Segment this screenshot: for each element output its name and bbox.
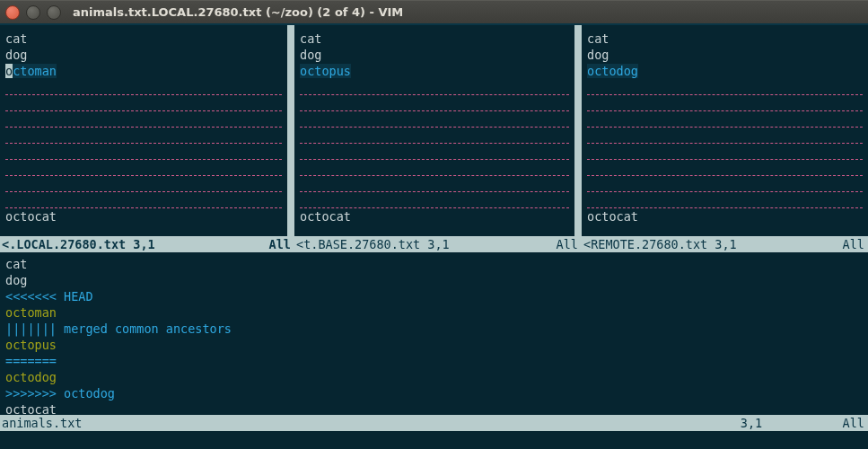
status-remote: <REMOTE.27680.txt 3,1 All	[582, 236, 868, 252]
editor-line: octocat	[5, 208, 282, 224]
pane-local[interactable]: catdogoctomanoctocat	[0, 25, 287, 236]
editor-line: dog	[5, 47, 282, 63]
status-percent: All	[843, 236, 864, 252]
status-filename: <t.BASE.27680.txt	[296, 237, 420, 251]
editor-line: cat	[5, 256, 863, 272]
command-line[interactable]	[0, 431, 868, 447]
editor-line	[5, 192, 282, 208]
status-position: 3,1	[133, 237, 154, 251]
editor-line	[300, 95, 569, 111]
status-percent: All	[843, 416, 864, 430]
editor-line: cat	[300, 31, 569, 47]
window-title: animals.txt.LOCAL.27680.txt (~/zoo) (2 o…	[73, 5, 403, 19]
editor-line	[587, 79, 863, 95]
window-titlebar: animals.txt.LOCAL.27680.txt (~/zoo) (2 o…	[0, 0, 868, 23]
status-percent: All	[557, 236, 578, 252]
editor-line	[587, 144, 863, 160]
status-local: <.LOCAL.27680.txt 3,1 All	[0, 236, 294, 252]
editor-line: dog	[5, 272, 863, 288]
close-icon[interactable]	[5, 5, 20, 20]
editor-line	[587, 160, 863, 176]
editor-line: octodog	[587, 63, 863, 79]
editor-line	[5, 176, 282, 192]
editor-line: octopus	[300, 63, 569, 79]
status-filename: animals.txt	[2, 415, 741, 431]
editor-line: cat	[587, 31, 863, 47]
editor-line: octoman	[5, 304, 863, 321]
status-percent: All	[269, 236, 291, 252]
editor-line	[587, 176, 863, 192]
editor-line: <<<<<<< HEAD	[5, 288, 863, 304]
editor-line: octocat	[300, 208, 569, 224]
editor-line	[5, 95, 282, 111]
editor-line	[300, 111, 569, 128]
minimize-icon[interactable]	[26, 5, 40, 20]
status-filename: <REMOTE.27680.txt	[583, 237, 707, 251]
editor-line	[5, 79, 282, 95]
status-row-top: <.LOCAL.27680.txt 3,1 All <t.BASE.27680.…	[0, 236, 868, 252]
pane-merged[interactable]: catdog<<<<<<< HEADoctoman||||||| merged …	[0, 252, 868, 415]
status-merged: animals.txt 3,1 All	[0, 415, 868, 431]
editor-line	[300, 144, 569, 160]
vim-editor[interactable]: catdogoctomanoctocat catdogoctopusoctoca…	[0, 23, 868, 449]
diff-top-panes: catdogoctomanoctocat catdogoctopusoctoca…	[0, 23, 868, 236]
editor-line	[300, 176, 569, 192]
editor-line: cat	[5, 31, 282, 47]
vertical-separator	[574, 25, 582, 236]
vertical-separator	[287, 25, 294, 236]
editor-line	[587, 95, 863, 111]
editor-line	[300, 79, 569, 95]
editor-line: octopus	[5, 337, 863, 353]
pane-base[interactable]: catdogoctopusoctocat	[294, 25, 574, 236]
editor-line: octoman	[5, 63, 282, 79]
editor-line: >>>>>>> octodog	[5, 385, 863, 401]
status-filename: <.LOCAL.27680.txt	[2, 237, 126, 251]
maximize-icon[interactable]	[47, 5, 61, 20]
editor-line	[300, 128, 569, 144]
editor-line: =======	[5, 353, 863, 369]
editor-line	[5, 111, 282, 128]
editor-line	[5, 128, 282, 144]
editor-line	[300, 192, 569, 208]
editor-line	[5, 144, 282, 160]
pane-remote[interactable]: catdogoctodogoctocat	[582, 25, 868, 236]
editor-line	[5, 160, 282, 176]
editor-line	[587, 111, 863, 128]
status-position: 3,1	[741, 416, 762, 430]
editor-line: ||||||| merged common ancestors	[5, 321, 863, 337]
editor-line: octocat	[587, 208, 863, 224]
editor-line	[587, 128, 863, 144]
editor-line: octodog	[5, 369, 863, 385]
editor-line	[587, 192, 863, 208]
status-position: 3,1	[427, 237, 449, 251]
editor-line: dog	[300, 47, 569, 63]
status-base: <t.BASE.27680.txt 3,1 All	[294, 236, 582, 252]
editor-line: dog	[587, 47, 863, 63]
editor-line	[300, 160, 569, 176]
status-position: 3,1	[715, 237, 736, 251]
